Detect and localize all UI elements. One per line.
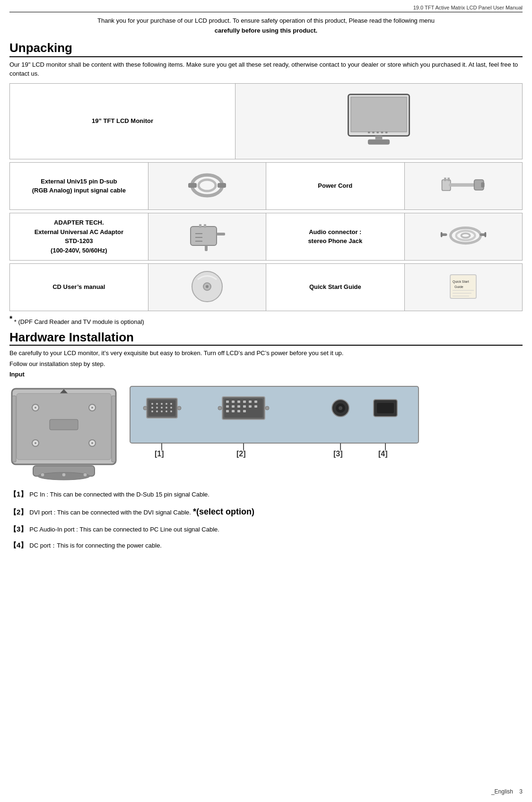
svg-point-67 [161, 403, 163, 405]
svg-rect-6 [385, 131, 388, 133]
monitor-back-svg [9, 382, 118, 481]
svg-rect-11 [188, 183, 197, 188]
svg-rect-14 [444, 178, 446, 181]
svg-point-73 [166, 407, 167, 409]
svg-point-36 [206, 285, 209, 288]
svg-rect-2 [368, 131, 370, 133]
svg-point-59 [41, 473, 44, 477]
ports-diagram: [1] [2] [3] [4] [128, 382, 523, 482]
qsg-icon: Quick Start Guide [448, 272, 479, 301]
svg-point-47 [35, 407, 36, 409]
svg-rect-1 [351, 97, 407, 132]
svg-rect-89 [254, 401, 257, 403]
svg-rect-5 [381, 131, 384, 133]
svg-point-75 [151, 410, 153, 412]
vga-image [148, 162, 266, 209]
conn2-text: DVI port : This can be connected with th… [29, 506, 191, 519]
svg-text:[2]: [2] [236, 450, 246, 458]
svg-point-78 [166, 410, 167, 412]
svg-point-77 [161, 410, 163, 412]
cd-label: CD User’s manual [10, 263, 148, 311]
unpack-table-row3: ADAPTER TECH. External Universal AC Adap… [9, 213, 523, 261]
svg-rect-55 [12, 396, 16, 462]
svg-rect-88 [249, 401, 252, 403]
svg-rect-91 [232, 405, 235, 408]
svg-point-80 [143, 406, 147, 410]
svg-point-10 [199, 180, 216, 191]
monitor-image [235, 83, 522, 159]
unpack-table-row4: CD User’s manual Quick Start Guide Quick… [9, 263, 523, 311]
hardware-title: Hardware Installation [9, 330, 523, 346]
ports-svg: [1] [2] [3] [4] [128, 382, 421, 462]
header-bar: 19.0 TFT Active Matrix LCD Panel User Ma… [9, 5, 523, 12]
monitor-label: 19” TFT LCD Monitor [10, 83, 235, 159]
svg-point-51 [35, 442, 36, 444]
svg-rect-92 [237, 405, 240, 408]
svg-rect-21 [205, 245, 208, 251]
adapter-image [148, 213, 266, 260]
svg-rect-99 [243, 410, 246, 412]
svg-rect-18 [481, 183, 484, 188]
svg-rect-4 [376, 131, 379, 133]
connection-3: 【3】 PC Audio-In port : This can be conne… [9, 522, 523, 536]
svg-point-29 [461, 234, 470, 238]
power-cord-image [404, 162, 522, 209]
cd-icon [191, 270, 224, 303]
svg-rect-86 [237, 401, 240, 403]
svg-point-60 [62, 473, 66, 477]
svg-point-70 [151, 407, 153, 409]
adapter-label: ADAPTER TECH. External Universal AC Adap… [10, 213, 148, 260]
connection-1: 【1】 PC In : This can be connected with t… [9, 487, 523, 501]
intro-line1: Thank you for your purchase of our LCD p… [97, 17, 435, 24]
svg-text:Guide: Guide [454, 285, 463, 288]
svg-point-53 [91, 442, 93, 444]
power-cord-icon [440, 170, 487, 200]
input-label: Input [9, 371, 523, 378]
svg-rect-56 [112, 396, 115, 462]
footer: _English 3 [491, 788, 523, 795]
svg-point-76 [156, 410, 158, 412]
svg-rect-93 [243, 405, 246, 408]
conn4-num: 【4】 [9, 538, 27, 552]
hardware-desc1: Be carefully to your LCD monitor, it’s v… [9, 349, 523, 358]
qsg-image: Quick Start Guide [404, 263, 522, 311]
vga-label: External Univ15 pin D-sub (RGB Analog) i… [10, 162, 148, 209]
svg-rect-8 [368, 139, 390, 144]
svg-point-74 [170, 407, 172, 409]
page-number: 3 [519, 788, 523, 795]
adapter-icon [186, 219, 228, 253]
svg-rect-106 [377, 403, 394, 413]
svg-point-79 [170, 410, 172, 412]
audio-cable-icon [440, 223, 487, 249]
power-cord-label: Power Cord [266, 162, 404, 209]
intro-section: Thank you for your purchase of our LCD p… [9, 16, 523, 36]
svg-rect-33 [484, 232, 486, 237]
cd-image [148, 263, 266, 311]
svg-rect-31 [441, 232, 443, 237]
conn4-text: DC port：This is for connecting the power… [29, 540, 162, 552]
footnote: * * (DPF Card Reader and TV module is op… [9, 315, 523, 325]
intro-line2: carefully before using this product. [215, 27, 317, 34]
svg-rect-84 [226, 401, 229, 403]
svg-text:[3]: [3] [333, 450, 343, 458]
svg-point-104 [339, 406, 342, 410]
svg-rect-23 [204, 224, 206, 228]
monitor-icon [341, 92, 417, 149]
svg-rect-87 [243, 401, 246, 403]
monitor-back-diagram [9, 382, 118, 482]
connection-list: 【1】 PC In : This can be connected with t… [9, 487, 523, 552]
select-option-note: *(select option) [193, 503, 254, 520]
svg-rect-20 [217, 233, 225, 235]
svg-rect-12 [218, 183, 226, 188]
conn1-num: 【1】 [9, 487, 27, 501]
unpack-table-row2: External Univ15 pin D-sub (RGB Analog) i… [9, 162, 523, 210]
connection-2: 【2】 DVI port : This can be connected wit… [9, 503, 523, 520]
manual-title: 19.0 TFT Active Matrix LCD Panel User Ma… [9, 5, 523, 12]
audio-label: Audio connector : stereo Phone Jack [266, 213, 404, 260]
svg-rect-22 [199, 224, 201, 228]
svg-point-28 [456, 231, 475, 240]
vga-cable-icon [186, 169, 228, 202]
unpack-table-row1: 19” TFT LCD Monitor [9, 83, 523, 159]
svg-point-65 [151, 403, 153, 405]
connection-4: 【4】 DC port：This is for connecting the p… [9, 538, 523, 552]
